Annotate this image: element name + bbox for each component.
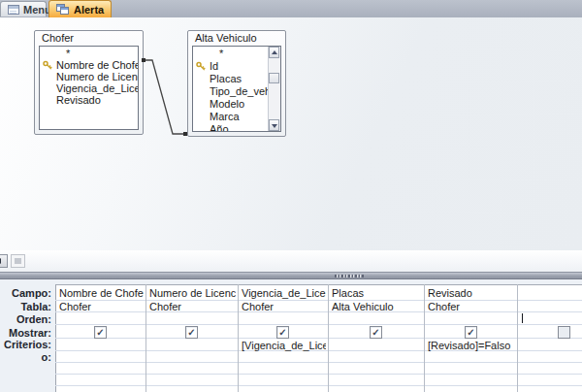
grid-cell-campo[interactable]: Nombre de Chofer [59, 287, 144, 299]
row-label-orden: Orden: [0, 313, 51, 325]
mostrar-checkbox[interactable]: ✓ [94, 326, 107, 339]
table-box-chofer[interactable]: Chofer * Nombre de Chofer Numero de Lice… [34, 30, 144, 135]
mostrar-checkbox[interactable]: ✓ [465, 326, 477, 339]
splitter-grip-icon [335, 275, 364, 278]
mostrar-checkbox[interactable]: ✓ [276, 326, 289, 339]
field-row[interactable]: Tipo_de_vehiculo [193, 85, 269, 98]
row-label-mostrar: Mostrar: [0, 327, 51, 339]
field-row[interactable]: Vigencia_de_Licencia [40, 82, 138, 94]
grid-cell-campo[interactable]: Placas [332, 287, 422, 299]
grid-cell-campo[interactable]: Numero de Licencia [149, 287, 236, 299]
scrollbar-thumb[interactable] [269, 73, 279, 83]
key-icon [43, 60, 53, 71]
row-label-o: o: [0, 351, 51, 363]
row-label-campo: Campo: [0, 287, 51, 299]
triangle-up-icon [272, 50, 277, 54]
scroll-left-button[interactable] [0, 254, 8, 268]
field-row[interactable]: Revisado [40, 94, 138, 106]
field-row[interactable]: Modelo [193, 98, 269, 111]
table-title: Chofer [42, 32, 74, 45]
mostrar-checkbox[interactable]: ✓ [370, 326, 382, 339]
grid-cell-criterios[interactable]: [Vigencia_de_Licencia [242, 340, 326, 351]
key-icon [196, 61, 207, 72]
field-row[interactable]: * [193, 48, 269, 60]
field-row[interactable]: Numero de Licencia [40, 71, 138, 82]
query-diagram-pane: Chofer * Nombre de Chofer Numero de Lice… [0, 17, 582, 252]
tab-alerta[interactable]: Alerta [48, 0, 112, 17]
grid-cell-campo[interactable]: Vigencia_de_Licencia [242, 287, 326, 299]
tab-alerta-label: Alerta [74, 4, 104, 16]
scroll-up-button[interactable] [269, 47, 279, 58]
grid-cell-criterios[interactable]: [Revisado]=Falso [428, 340, 515, 351]
pane-splitter[interactable] [0, 272, 582, 279]
row-label-criterios: Criterios: [0, 339, 51, 350]
grid-cell-tabla[interactable]: Alta Vehiculo [332, 301, 422, 312]
grid-cell-tabla[interactable]: Chofer [428, 301, 515, 312]
scroll-down-button[interactable] [269, 119, 279, 131]
field-row[interactable]: Nombre de Chofer [40, 59, 138, 71]
hscrollbar-thumb[interactable] [11, 254, 25, 268]
field-list-vertical-scrollbar[interactable] [268, 47, 280, 131]
grid-cell-campo[interactable] [521, 287, 580, 299]
field-list-chofer: * Nombre de Chofer Numero de Licencia Vi… [39, 46, 139, 130]
field-row[interactable]: Marca [193, 111, 269, 123]
grid-cell-campo[interactable]: Revisado [428, 287, 515, 299]
document-tab-bar: Menu Alerta [0, 0, 582, 18]
access-query-design-window: Menu Alerta Chofer * Nombre de Chofer Nu… [0, 0, 582, 392]
form-icon [8, 5, 19, 15]
diagram-hscroll-strip [0, 250, 582, 272]
grid-cell-tabla[interactable]: Chofer [59, 301, 144, 312]
field-row[interactable]: * [40, 48, 138, 59]
mostrar-checkbox[interactable]: ✓ [185, 326, 198, 339]
triangle-left-icon [0, 258, 1, 264]
text-caret [522, 313, 523, 323]
field-row[interactable]: Placas [193, 73, 269, 85]
row-label-tabla: Tabla: [0, 301, 51, 312]
field-row[interactable]: Año [193, 123, 269, 131]
table-title: Alta Vehiculo [195, 32, 257, 45]
query-design-grid: Campo: Tabla: Orden: Mostrar: Criterios:… [0, 279, 582, 392]
field-list-alta-vehiculo: * Id Placas Tipo_de_vehiculo Modelo Marc… [192, 46, 281, 132]
tab-menu-label: Menu [23, 4, 51, 16]
tab-menu[interactable]: Menu [0, 1, 47, 16]
grid-cell-tabla[interactable]: Chofer [242, 301, 326, 312]
triangle-down-icon [272, 124, 277, 128]
table-box-alta-vehiculo[interactable]: Alta Vehiculo * Id Placas Tipo_de_vehicu… [187, 30, 286, 137]
grid-cell-tabla[interactable]: Chofer [149, 301, 236, 312]
mostrar-checkbox[interactable] [558, 326, 570, 339]
field-row[interactable]: Id [193, 60, 269, 73]
query-icon [56, 4, 70, 16]
